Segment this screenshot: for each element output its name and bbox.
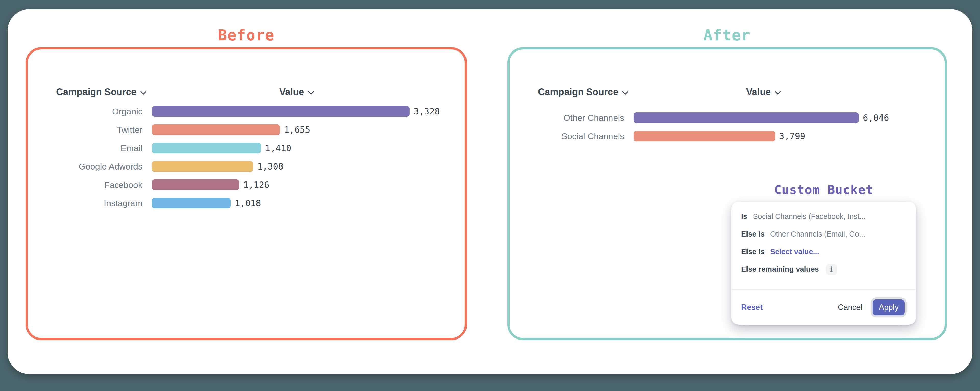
value-label: 1,308 [257,161,283,171]
chevron-down-icon [774,91,781,95]
chart-row: Google Adwords1,308 [28,157,465,176]
rule-operator-label: Is [741,212,747,221]
chart-row: Organic3,328 [28,102,465,120]
bucket-rule-row: Else IsSelect value... [741,243,908,261]
category-label: Instagram [28,198,142,208]
bucket-rule-row: Else IsOther Channels (Email, Go... [741,225,908,243]
bar[interactable] [152,161,253,172]
column-header-label: Value [280,87,304,97]
page-background: Before After Campaign Source Value Organ… [0,0,980,391]
rule-value[interactable]: Social Channels (Facebook, Inst... [753,212,865,221]
bar[interactable] [152,179,239,190]
column-header-campaign-source[interactable]: Campaign Source [538,87,628,97]
bar-rows: Organic3,328Twitter1,655Email1,410Google… [28,102,465,212]
value-label: 1,018 [235,198,261,208]
after-title: After [508,27,947,44]
chevron-down-icon [307,91,314,95]
value-label: 1,655 [284,125,310,135]
chart-row: Twitter1,655 [28,120,465,139]
chart-row: Other Channels6,046 [510,109,945,127]
column-header-value[interactable]: Value [280,87,314,97]
category-label: Google Adwords [28,161,142,171]
bucket-rules: IsSocial Channels (Facebook, Inst...Else… [741,208,908,278]
chart-row: Facebook1,126 [28,176,465,194]
column-header-label: Value [746,87,771,97]
chevron-down-icon [622,91,628,95]
value-label: 6,046 [863,112,889,123]
before-title: Before [25,27,467,44]
category-label: Organic [28,106,142,117]
column-header-label: Campaign Source [538,87,618,97]
value-label: 1,126 [243,180,269,190]
before-panel: Campaign Source Value Organic3,328Twitte… [25,47,467,340]
category-label: Facebook [28,180,142,190]
column-header-label: Campaign Source [56,87,137,97]
chevron-down-icon [140,91,147,95]
chart-row: Social Channels3,799 [510,127,945,145]
column-header-value[interactable]: Value [746,87,781,97]
value-label: 3,799 [779,131,805,141]
apply-button[interactable]: Apply [873,299,905,315]
rule-value[interactable]: Other Channels (Email, Go... [770,230,865,238]
bar[interactable] [634,112,859,123]
category-label: Social Channels [510,131,624,141]
category-label: Other Channels [510,113,624,123]
bar[interactable] [152,124,280,135]
category-label: Email [28,143,142,153]
value-label: 3,328 [414,106,440,117]
chart-row: Email1,410 [28,139,465,157]
custom-bucket-title: Custom Bucket [732,182,916,197]
bar[interactable] [152,143,261,154]
popup-footer: Reset Cancel Apply [732,290,916,325]
bar-rows: Other Channels6,046Social Channels3,799 [510,109,945,145]
category-label: Twitter [28,125,142,135]
custom-bucket-popup: IsSocial Channels (Facebook, Inst...Else… [732,202,916,325]
reset-button[interactable]: Reset [741,303,762,312]
column-header-campaign-source[interactable]: Campaign Source [56,87,147,97]
bucket-rule-row: IsSocial Channels (Facebook, Inst... [741,208,908,225]
bar[interactable] [152,106,410,117]
select-value-link[interactable]: Select value... [770,247,819,256]
before-chart: Campaign Source Value Organic3,328Twitte… [28,49,465,338]
cancel-button[interactable]: Cancel [838,303,862,312]
chart-row: Instagram1,018 [28,194,465,212]
bucket-rule-row: Else remaining valuesi [741,261,908,278]
bar[interactable] [152,198,231,209]
value-label: 1,410 [265,143,291,153]
bar[interactable] [634,131,775,141]
info-icon[interactable]: i [826,264,837,275]
rule-operator-label: Else remaining values [741,265,819,274]
rule-operator-label: Else Is [741,230,765,238]
rule-operator-label: Else Is [741,247,765,256]
